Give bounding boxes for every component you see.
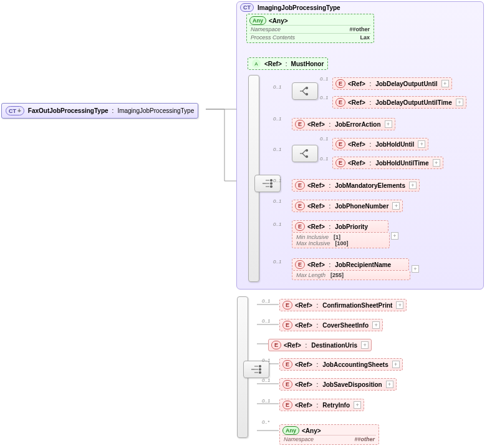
any-icon: Any xyxy=(282,426,299,435)
cardinality: 0..1 xyxy=(262,298,270,304)
expand-icon[interactable]: + xyxy=(418,140,425,148)
cardinality: 0..1 xyxy=(320,136,328,142)
cardinality: 0..1 xyxy=(320,76,328,82)
facet-jobpriority: Min Inclusive[1] Max Inclusive[100] xyxy=(292,233,390,248)
any-label: <Any> xyxy=(302,427,321,434)
element-jobholduntiltime[interactable]: E <Ref> : JobHoldUntilTime + xyxy=(332,157,443,169)
cardinality: 0..* xyxy=(262,419,269,425)
ct-icon: CT xyxy=(240,3,254,12)
element-jobholduntil[interactable]: E <Ref> : JobHoldUntil + xyxy=(332,138,428,150)
element-jobaccountingsheets[interactable]: E <Ref> : JobAccountingSheets + xyxy=(279,358,403,371)
expand-icon[interactable]: + xyxy=(354,401,361,409)
choice-compositor[interactable] xyxy=(292,145,318,162)
attr-name: MustHonor xyxy=(291,61,324,67)
expand-icon[interactable]: + xyxy=(372,321,380,329)
expand-icon[interactable]: + xyxy=(392,202,400,210)
svg-point-2 xyxy=(271,186,272,188)
element-icon: E xyxy=(335,158,345,167)
svg-point-9 xyxy=(259,372,261,374)
cardinality: 0..1 xyxy=(320,156,328,162)
element-joberroraction[interactable]: E <Ref> : JobErrorAction + xyxy=(292,118,395,130)
root-base: ImagingJobProcessingType xyxy=(117,107,194,114)
cardinality: 0..1 xyxy=(273,198,281,204)
element-jobsavedisposition[interactable]: E <Ref> : JobSaveDisposition + xyxy=(279,378,397,391)
element-icon: E xyxy=(295,120,305,129)
element-icon: E xyxy=(282,380,292,389)
cardinality: 0..1 xyxy=(273,222,281,227)
ct-icon: CT+ xyxy=(6,106,24,115)
element-icon: E xyxy=(295,181,305,190)
svg-point-3 xyxy=(306,87,308,89)
element-icon: E xyxy=(282,301,292,309)
expand-icon[interactable]: + xyxy=(409,182,417,189)
cardinality: 0..1 xyxy=(262,377,270,383)
cardinality: 0..1 xyxy=(273,116,281,122)
element-icon: E xyxy=(335,98,345,107)
any-wildcard[interactable]: Any <Any> Namespace##other Process Conte… xyxy=(246,14,374,43)
element-jobdelayoutputuntil[interactable]: E <Ref> : JobDelayOutputUntil + xyxy=(332,77,452,90)
cardinality: 0..1 xyxy=(273,147,281,152)
element-jobmandatoryelements[interactable]: E <Ref> : JobMandatoryElements + xyxy=(292,179,420,192)
element-icon: E xyxy=(295,222,305,231)
base-ct-head: CT ImagingJobProcessingType xyxy=(240,3,340,12)
element-destinationuris[interactable]: E <Ref> : DestinationUris + xyxy=(268,339,372,351)
svg-point-5 xyxy=(306,150,308,152)
svg-point-1 xyxy=(271,183,272,185)
expand-icon[interactable]: + xyxy=(386,381,393,388)
root-complex-type[interactable]: CT+ FaxOutJobProcessingType : ImagingJob… xyxy=(1,103,198,119)
separator: : xyxy=(112,107,114,114)
sequence-icon xyxy=(243,361,269,378)
element-jobdelayoutputuntiltime[interactable]: E <Ref> : JobDelayOutputUntilTime + xyxy=(332,96,466,109)
element-icon: E xyxy=(295,260,305,269)
cardinality: 0..1 xyxy=(262,318,270,324)
element-coversheetinfo[interactable]: E <Ref> : CoverSheetInfo + xyxy=(279,319,383,331)
choice-compositor[interactable] xyxy=(292,82,318,100)
attribute-icon: A xyxy=(252,59,261,68)
element-jobpriority[interactable]: E <Ref> : JobPriority xyxy=(292,220,388,233)
expand-icon[interactable]: + xyxy=(361,341,369,349)
svg-point-6 xyxy=(306,156,308,158)
element-jobphonenumber[interactable]: E <Ref> : JobPhoneNumber + xyxy=(292,200,403,212)
facet-jobrecipientname: Max Length[255] xyxy=(292,271,410,280)
base-ct-name: ImagingJobProcessingType xyxy=(258,4,340,11)
expand-icon[interactable]: + xyxy=(396,301,403,309)
element-icon: E xyxy=(282,401,292,409)
cardinality: 0..1 xyxy=(262,358,270,363)
expand-icon[interactable]: + xyxy=(392,361,400,368)
element-jobrecipientname[interactable]: E <Ref> : JobRecipientName xyxy=(292,258,409,271)
attr-ref: <Ref> xyxy=(264,61,282,67)
element-icon: E xyxy=(335,79,345,88)
element-icon: E xyxy=(282,360,292,369)
svg-point-4 xyxy=(306,94,308,95)
any-icon: Any xyxy=(249,16,266,25)
svg-point-8 xyxy=(259,369,261,371)
expand-icon[interactable]: + xyxy=(456,99,463,106)
element-confirmationsheetprint[interactable]: E <Ref> : ConfirmationSheetPrint + xyxy=(279,299,407,311)
expand-icon[interactable]: + xyxy=(385,120,392,128)
element-icon: E xyxy=(271,341,281,349)
expand-icon[interactable]: + xyxy=(391,232,398,240)
element-icon: E xyxy=(295,202,305,210)
attribute-musthonor[interactable]: A <Ref> : MustHonor xyxy=(248,57,328,70)
expand-icon[interactable]: + xyxy=(412,265,419,273)
any-wildcard-extension[interactable]: Any <Any> Namespace##other xyxy=(279,424,379,445)
root-name: FaxOutJobProcessingType xyxy=(28,107,108,114)
cardinality: 0..1 xyxy=(262,398,270,404)
any-label: <Any> xyxy=(269,17,288,24)
cardinality: 0..1 xyxy=(273,84,281,90)
svg-point-7 xyxy=(259,366,261,368)
element-retryinfo[interactable]: E <Ref> : RetryInfo + xyxy=(279,399,364,411)
cardinality: 0..1 xyxy=(273,259,281,265)
element-icon: E xyxy=(335,140,345,149)
cardinality: 0..1 xyxy=(273,178,281,183)
element-icon: E xyxy=(282,321,292,329)
expand-icon[interactable]: + xyxy=(441,80,449,87)
svg-point-0 xyxy=(271,180,272,182)
expand-icon[interactable]: + xyxy=(433,159,440,167)
cardinality: 0..1 xyxy=(320,95,328,100)
